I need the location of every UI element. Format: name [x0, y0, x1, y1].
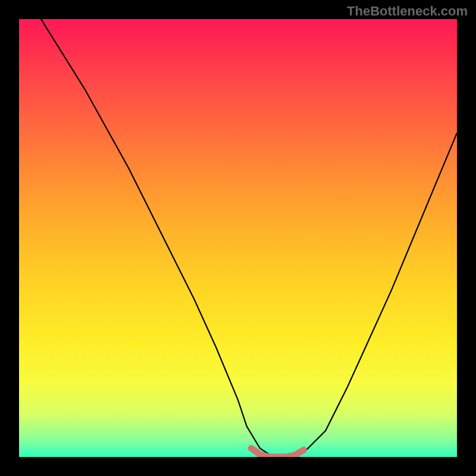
bottleneck-curve-line	[41, 19, 457, 457]
chart-plot-area	[19, 19, 457, 457]
chart-bottom-band	[19, 444, 457, 457]
watermark-label: TheBottleneck.com	[347, 4, 468, 19]
chart-svg	[19, 19, 457, 457]
